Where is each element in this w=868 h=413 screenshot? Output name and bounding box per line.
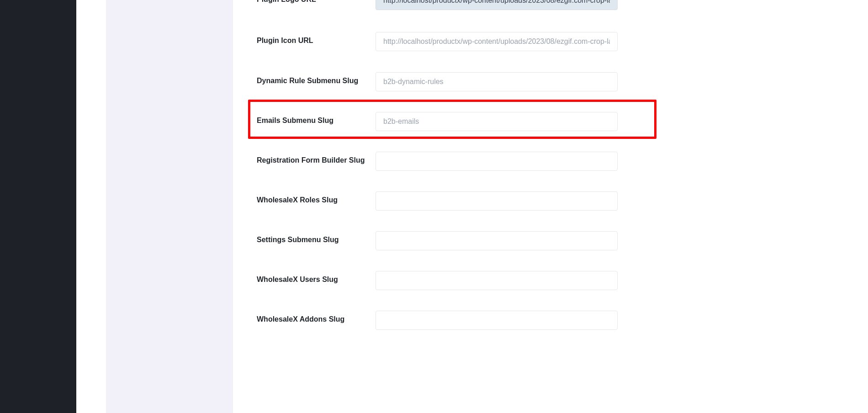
input-roles-slug[interactable] bbox=[376, 191, 618, 211]
field-row-emails-slug: Emails Submenu Slug bbox=[233, 112, 868, 131]
settings-sidebar-light bbox=[106, 0, 233, 413]
admin-sidebar-dark bbox=[0, 0, 76, 413]
label-users-slug: WholesaleX Users Slug bbox=[233, 271, 376, 284]
field-row-plugin-logo-url: Plugin Logo URL bbox=[233, 0, 868, 10]
field-row-settings-slug: Settings Submenu Slug bbox=[233, 231, 868, 250]
label-plugin-icon-url: Plugin Icon URL bbox=[233, 32, 376, 45]
input-plugin-logo-url[interactable] bbox=[376, 0, 618, 10]
input-dynamic-rule-slug[interactable] bbox=[376, 72, 618, 91]
input-addons-slug[interactable] bbox=[376, 311, 618, 330]
input-users-slug[interactable] bbox=[376, 271, 618, 290]
field-row-addons-slug: WholesaleX Addons Slug bbox=[233, 311, 868, 330]
settings-form-panel: Plugin Logo URL Plugin Icon URL Dynamic … bbox=[233, 0, 868, 413]
label-plugin-logo-url: Plugin Logo URL bbox=[233, 0, 376, 4]
label-settings-slug: Settings Submenu Slug bbox=[233, 231, 376, 244]
input-plugin-icon-url[interactable] bbox=[376, 32, 618, 51]
input-settings-slug[interactable] bbox=[376, 231, 618, 250]
input-emails-slug[interactable] bbox=[376, 112, 618, 131]
field-row-dynamic-rule-slug: Dynamic Rule Submenu Slug bbox=[233, 72, 868, 91]
field-row-registration-slug: Registration Form Builder Slug bbox=[233, 152, 868, 171]
label-registration-slug: Registration Form Builder Slug bbox=[233, 152, 376, 164]
label-emails-slug: Emails Submenu Slug bbox=[233, 112, 376, 125]
label-dynamic-rule-slug: Dynamic Rule Submenu Slug bbox=[233, 72, 376, 85]
input-registration-slug[interactable] bbox=[376, 152, 618, 171]
label-roles-slug: WholesaleX Roles Slug bbox=[233, 191, 376, 204]
label-addons-slug: WholesaleX Addons Slug bbox=[233, 311, 376, 323]
field-row-plugin-icon-url: Plugin Icon URL bbox=[233, 32, 868, 51]
field-row-users-slug: WholesaleX Users Slug bbox=[233, 271, 868, 290]
field-row-roles-slug: WholesaleX Roles Slug bbox=[233, 191, 868, 211]
